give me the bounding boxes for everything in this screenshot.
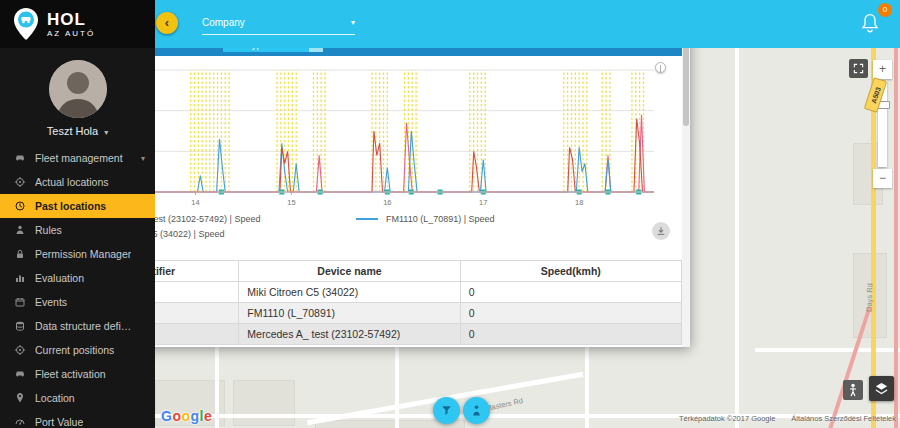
- zoom-in-button[interactable]: +: [873, 60, 892, 79]
- company-dropdown[interactable]: Company ▾: [202, 17, 355, 35]
- pegman-icon: [847, 383, 859, 397]
- zoom-out-button[interactable]: −: [873, 169, 892, 188]
- sidebar-item-label: Past locations: [35, 200, 106, 212]
- legend-item: FM1110 (L_70891) | Speed: [356, 214, 646, 224]
- history-icon: [14, 200, 26, 212]
- sidebar-item-actual-locations[interactable]: Actual locations: [0, 170, 155, 194]
- sidebar-item-label: Fleet management: [35, 152, 123, 164]
- table-cell: Mercedes A_ test (23102-57492): [239, 324, 460, 345]
- layers-icon: [874, 381, 889, 396]
- lock-icon: [14, 248, 26, 260]
- avatar[interactable]: [49, 60, 107, 118]
- column-header[interactable]: Device name: [239, 261, 460, 282]
- sidebar-item-events[interactable]: Events: [0, 290, 155, 314]
- download-icon: [656, 226, 666, 236]
- user-menu[interactable]: Teszt Hola ▾: [0, 125, 155, 137]
- sidebar: Teszt Hola ▾ Fleet management▾Actual loc…: [0, 48, 155, 428]
- sidebar-item-label: Events: [35, 296, 67, 308]
- svg-text:17: 17: [479, 198, 487, 207]
- legend-label: FM1110 (L_70891) | Speed: [386, 214, 495, 224]
- person-pin-icon: [470, 404, 483, 417]
- filter-button[interactable]: [433, 397, 460, 424]
- table-cell: 0: [460, 324, 681, 345]
- sidebar-nav: Fleet management▾Actual locationsPast lo…: [0, 146, 155, 428]
- table-cell: Miki Citroen C5 (34022): [239, 282, 460, 303]
- sidebar-item-label: Actual locations: [35, 176, 109, 188]
- pin-icon: [14, 392, 26, 404]
- sidebar-item-permission-manager[interactable]: Permission Manager: [0, 242, 155, 266]
- street-view-pegman-button[interactable]: [843, 380, 863, 400]
- svg-text:16: 16: [383, 198, 391, 207]
- app-logo[interactable]: HOL AZ AUTÓ: [0, 0, 155, 48]
- road-label: Masters Rd: [484, 396, 523, 413]
- sidebar-item-label: Port Value: [35, 416, 83, 428]
- panel-scrollbar[interactable]: [682, 32, 690, 347]
- sidebar-item-label: Rules: [35, 224, 62, 236]
- road-label: Days Rd: [864, 283, 874, 312]
- google-logo: Google: [161, 408, 212, 424]
- chevron-down-icon: ▾: [104, 128, 108, 137]
- fullscreen-button[interactable]: [849, 59, 868, 78]
- sidebar-item-label: Data structure definition: [35, 320, 136, 332]
- notification-badge: 0: [878, 3, 892, 17]
- app-window: Google Térképadatok ©2017 Google Általán…: [0, 0, 900, 428]
- sidebar-item-label: Permission Manager: [35, 248, 131, 260]
- sidebar-collapse-button[interactable]: ‹: [156, 12, 178, 34]
- sidebar-item-fleet-activation[interactable]: Fleet activation: [0, 362, 155, 386]
- locate-person-button[interactable]: [463, 397, 490, 424]
- svg-text:15: 15: [287, 198, 295, 207]
- column-header[interactable]: Speed(kmh): [460, 261, 681, 282]
- chart-range-handle-right[interactable]: [655, 62, 666, 73]
- company-dropdown-label: Company: [202, 17, 351, 28]
- chart-icon: [14, 272, 26, 284]
- legend-swatch: [356, 218, 378, 220]
- target-icon: [14, 176, 26, 188]
- sidebar-item-data-structure-definition[interactable]: Data structure definition: [0, 314, 155, 338]
- svg-text:14: 14: [191, 198, 199, 207]
- sidebar-item-past-locations[interactable]: Past locations: [0, 194, 155, 218]
- map-attribution: Térképadatok ©2017 Google: [679, 414, 775, 423]
- user-name: Teszt Hola: [47, 125, 98, 137]
- sidebar-item-port-value[interactable]: Port Value: [0, 410, 155, 428]
- table-cell: 0: [460, 282, 681, 303]
- sidebar-item-fleet-management[interactable]: Fleet management▾: [0, 146, 155, 170]
- car-icon: [14, 368, 26, 380]
- chart-download-button[interactable]: [652, 222, 670, 240]
- sidebar-item-rules[interactable]: Rules: [0, 218, 155, 242]
- chevron-down-icon: ▾: [141, 154, 145, 163]
- calendar-icon: [14, 296, 26, 308]
- sidebar-item-label: Fleet activation: [35, 368, 106, 380]
- chevron-down-icon: ▾: [351, 18, 355, 27]
- sidebar-item-evaluation[interactable]: Evaluation: [0, 266, 155, 290]
- logo-line1: HOL: [47, 11, 95, 28]
- sidebar-item-label: Evaluation: [35, 272, 84, 284]
- gauge-icon: [14, 416, 26, 428]
- table-cell: 0: [460, 303, 681, 324]
- table-cell: FM1110 (L_70891): [239, 303, 460, 324]
- funnel-icon: [440, 404, 453, 417]
- sidebar-item-label: Location: [35, 392, 75, 404]
- fullscreen-icon: [853, 63, 864, 74]
- bell-icon: [860, 12, 880, 34]
- map-layers-button[interactable]: [869, 376, 894, 401]
- avatar-photo: [49, 60, 107, 118]
- logo-pin-icon: [13, 8, 39, 40]
- sidebar-item-label: Current positions: [35, 344, 114, 356]
- map-terms-link[interactable]: Általános Szerződési Feltételek: [791, 414, 896, 423]
- sidebar-item-location[interactable]: Location: [0, 386, 155, 410]
- svg-text:18: 18: [575, 198, 583, 207]
- logo-line2: AZ AUTÓ: [47, 29, 95, 38]
- person-icon: [14, 224, 26, 236]
- target-icon: [14, 344, 26, 356]
- sidebar-item-current-positions[interactable]: Current positions: [0, 338, 155, 362]
- topbar: HOL AZ AUTÓ Company ▾ 0: [0, 0, 900, 48]
- database-icon: [14, 320, 26, 332]
- car-icon: [14, 152, 26, 164]
